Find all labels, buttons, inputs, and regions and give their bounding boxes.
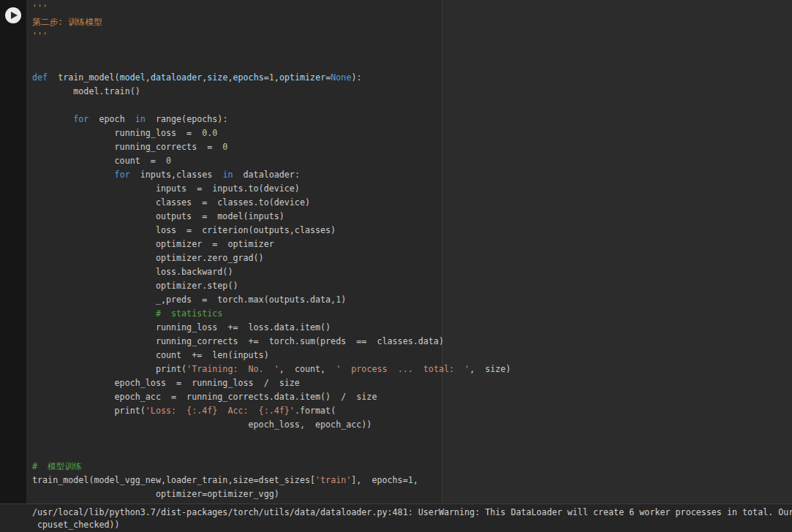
- code-editor[interactable]: ''' 第二步: 训练模型 ''' def train_model(model,…: [26, 0, 792, 503]
- play-icon: [11, 12, 18, 19]
- output-area: /usr/local/lib/python3.7/dist-packages/t…: [0, 504, 792, 532]
- notebook-cell: ''' 第二步: 训练模型 ''' def train_model(model,…: [0, 0, 792, 503]
- run-cell-button[interactable]: [5, 7, 21, 23]
- cell-gutter: [0, 0, 26, 503]
- code-content: ''' 第二步: 训练模型 ''' def train_model(model,…: [26, 0, 792, 501]
- output-text: /usr/local/lib/python3.7/dist-packages/t…: [0, 504, 792, 531]
